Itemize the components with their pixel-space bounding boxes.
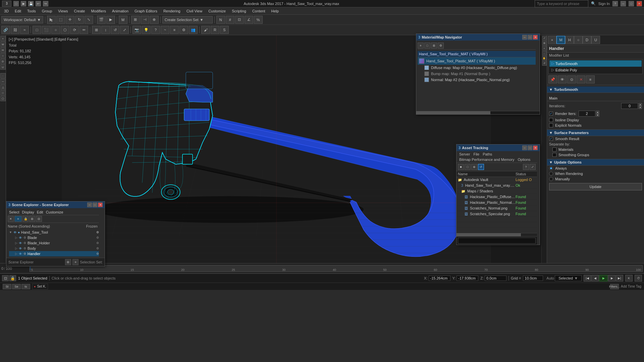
motion-tab[interactable]: ○	[574, 36, 583, 44]
render-iters-value[interactable]: 2	[579, 111, 595, 117]
subobjtype2[interactable]: ─	[0, 79, 6, 84]
help-btn[interactable]: ?	[612, 1, 618, 6]
menu-item-graph-editors[interactable]: Graph Editors	[132, 8, 160, 14]
mat-diffuse-item[interactable]: Diffuse map: Map #0 (Hacksaw_Plastic_Dif…	[418, 65, 536, 71]
named-sel-btn[interactable]: N	[216, 16, 225, 24]
zoom-extents-all-btn[interactable]: ⊞	[542, 41, 547, 46]
select-by-name-btn[interactable]: □	[33, 26, 41, 34]
asset-menu-server[interactable]: Server	[458, 152, 471, 157]
minimize-btn[interactable]: ─	[621, 1, 626, 6]
modifier-editable-poly[interactable]: ▷ Editable Poly	[549, 67, 642, 73]
hierarchy-tab[interactable]: H	[565, 36, 574, 44]
asset-row-normal[interactable]: 🖼 Hacksaw_Plastic_Normal.png Found	[457, 200, 537, 205]
manually-radio[interactable]	[549, 177, 553, 181]
lasso-sel-btn[interactable]: ⟳	[70, 26, 79, 34]
scene-footer-icon1[interactable]: ⊞	[65, 259, 71, 265]
materials-checkbox[interactable]	[552, 147, 556, 152]
asset-close-btn[interactable]: ✕	[533, 145, 538, 150]
scene-menu-display[interactable]: Display	[22, 210, 34, 214]
link-btn[interactable]: 🔗	[1, 26, 10, 34]
timeline-track[interactable]: 5 10 15 20 25 30 40 50 60 70 80 90 100	[30, 265, 643, 272]
utilities-tab[interactable]: U	[591, 36, 600, 44]
scene-item-blade-holder[interactable]: ▷ 👁 ⚙ Blade_Holder ⚙	[9, 240, 99, 246]
make-unique-btn[interactable]: ⊙	[567, 75, 576, 83]
asset-scrollbar-thumb[interactable]	[457, 233, 521, 236]
y-value[interactable]: -17.938cm	[457, 276, 478, 281]
percent-snap-btn[interactable]: %	[254, 16, 263, 24]
asset-menu-bitmap[interactable]: Bitmap Performance and Memory	[458, 157, 516, 162]
scene-states-btn[interactable]: S	[220, 26, 229, 34]
zoom-btn[interactable]: +	[542, 46, 547, 51]
key-mode-btn[interactable]: K	[625, 275, 633, 282]
scene-item-blade[interactable]: ▷ 👁 ⚙ Blade ⚙	[9, 235, 99, 240]
asset-scrollbar[interactable]	[457, 233, 537, 236]
menu-item-views[interactable]: Views	[55, 8, 70, 14]
create-tab[interactable]: +	[548, 36, 556, 44]
state-btn2[interactable]: Se	[12, 284, 21, 289]
display-tool[interactable]: D	[0, 59, 6, 64]
render-scene-btn[interactable]: 🎬	[97, 16, 106, 24]
iterations-down-btn[interactable]: ▼	[639, 106, 642, 109]
quick-access-new[interactable]: □	[13, 1, 19, 6]
layer-btn[interactable]: ≡	[170, 26, 179, 34]
scene-item-body[interactable]: ▷ 👁 ⚙ Body ⚙	[9, 246, 99, 251]
remove-modifier-btn[interactable]: ✕	[577, 75, 585, 83]
update-btn[interactable]: Update	[549, 183, 642, 190]
unlink-btn[interactable]: ⛓	[11, 26, 19, 34]
scene-explorer-maximize-btn[interactable]: □	[93, 202, 97, 207]
scale-btn[interactable]: ⤡	[85, 16, 93, 24]
align-btn[interactable]: ⊞	[131, 16, 140, 24]
menu-item-help[interactable]: Help	[268, 8, 281, 14]
helpers-btn[interactable]: ?	[151, 26, 160, 34]
pan-btn[interactable]: ✋	[542, 56, 547, 61]
mat-scrollbar-thumb[interactable]	[416, 111, 490, 114]
play-btn[interactable]: ▶	[599, 275, 608, 282]
render-iters-spinner[interactable]: 2 ▲ ▼	[579, 111, 599, 117]
scene-explorer-header[interactable]: 3 Scene Explorer - Scene Explorer ─ □ ✕	[6, 201, 105, 208]
scene-tb-expand[interactable]: ⊞	[29, 216, 35, 222]
mat-tb-thumb[interactable]: ⊞	[431, 43, 437, 49]
asset-minimize-btn[interactable]: ─	[522, 145, 527, 150]
subobjtype1[interactable]: ·	[0, 73, 6, 78]
ribbon-btn[interactable]: R	[211, 26, 219, 34]
motion-tool[interactable]: ○	[0, 53, 6, 58]
asset-tb-3[interactable]: ⊕	[471, 164, 477, 170]
asset-menu-options[interactable]: Options	[516, 157, 532, 162]
filters-btn[interactable]: Filters...	[610, 284, 619, 289]
scene-item-handler[interactable]: ▷ 👁 ⚙ Handler ⚙	[9, 251, 99, 256]
menu-item-3d[interactable]: 3D	[1, 8, 11, 14]
state-btn3[interactable]: ts	[21, 284, 30, 289]
scene-tb-filter[interactable]: ≡	[14, 216, 22, 222]
asset-menu-file[interactable]: File	[472, 152, 481, 157]
configure-modifiers-btn[interactable]: ≡	[586, 75, 595, 83]
select-region-btn[interactable]: ⬚	[56, 16, 65, 24]
asset-tb-1[interactable]: ■	[458, 164, 464, 170]
fence-sel-btn[interactable]: ⬡	[61, 26, 69, 34]
mat-tb-options[interactable]: ⚙	[438, 43, 444, 49]
quick-access-open[interactable]: ▶	[21, 1, 26, 6]
workspace-dropdown[interactable]: Workspace: Default ▼	[1, 16, 43, 23]
quick-render-btn[interactable]: ▶	[106, 16, 115, 24]
iterations-up-btn[interactable]: ▲	[639, 103, 642, 106]
render-iters-checkbox[interactable]: ✓	[549, 112, 553, 116]
asset-menu-paths[interactable]: Paths	[481, 152, 493, 157]
utilities-tool[interactable]: U	[0, 64, 6, 70]
asset-row-maxfile[interactable]: 3 Hand_Saw_Tool_max_vray.max Ok	[457, 183, 537, 188]
asset-tb-2[interactable]: □	[465, 164, 471, 170]
update-options-header[interactable]: ▼ Update Options	[547, 159, 644, 166]
asset-tb-expand[interactable]: ⤢	[530, 164, 536, 170]
pin-stack-btn[interactable]: 📌	[548, 75, 557, 83]
subobjtype3[interactable]: △	[0, 84, 6, 90]
bind-to-space-warp-btn[interactable]: ≈	[20, 26, 29, 34]
asset-row-maps[interactable]: 📁 Maps / Shaders	[457, 188, 537, 194]
maximize-btn[interactable]: □	[629, 1, 634, 6]
render-iters-up-btn[interactable]: ▲	[596, 111, 599, 114]
scene-tb-x[interactable]: ✕	[8, 216, 14, 222]
scene-menu-edit[interactable]: Edit	[37, 210, 43, 214]
iterations-spinner[interactable]: 0 ▲ ▼	[621, 103, 642, 109]
scene-footer-icon2[interactable]: ≡	[72, 259, 78, 265]
mat-normal-item[interactable]: Normal: Map #2 (Hacksaw_Plastic_Normal.p…	[418, 77, 536, 83]
move-btn[interactable]: ✛	[66, 16, 74, 24]
circle-sel-btn[interactable]: ○	[51, 26, 60, 34]
state-btn1[interactable]: St	[3, 284, 11, 289]
